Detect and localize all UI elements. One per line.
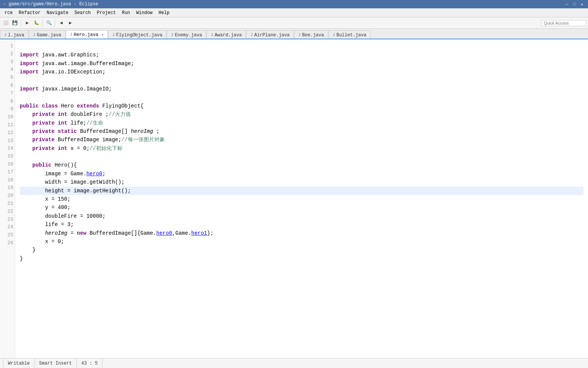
- title-bar-controls: — □ ✕: [564, 1, 585, 7]
- toolbar-search[interactable]: 🔍: [45, 19, 53, 27]
- menu-bar: rce Refactor Navigate Search Project Run…: [0, 8, 588, 17]
- tab-airplane-label: AirPlane.java: [254, 33, 290, 38]
- menu-refactor[interactable]: Refactor: [16, 8, 44, 17]
- toolbar-forward[interactable]: ▶: [66, 19, 74, 27]
- menu-run[interactable]: Run: [119, 8, 133, 17]
- tab-enemy-label: Enemy.java: [175, 33, 202, 38]
- menu-search[interactable]: Search: [71, 8, 94, 17]
- toolbar: ⬜ 💾 ▶ 🐛 🔍 ◀ ▶: [0, 17, 588, 29]
- editor-area: 1234567891011121314151617181920212223242…: [0, 39, 588, 358]
- tab-game[interactable]: J Game.java: [29, 30, 65, 39]
- tab-hero-close[interactable]: ✕: [101, 33, 104, 37]
- maximize-button[interactable]: □: [571, 1, 577, 7]
- tab-hero[interactable]: J Hero.java ✕: [66, 30, 108, 39]
- menu-project[interactable]: Project: [94, 8, 119, 17]
- toolbar-sep-2: [42, 20, 43, 27]
- quick-access-input[interactable]: [541, 20, 586, 26]
- code-editor[interactable]: import java.awt.Graphics;import java.awt…: [15, 39, 588, 358]
- tab-flying-label: FlyingObject.java: [116, 33, 162, 38]
- tab-airplane-icon: J: [250, 33, 253, 37]
- toolbar-back[interactable]: ◀: [57, 19, 65, 27]
- tab-award-label: Award.java: [214, 33, 242, 38]
- menu-source[interactable]: rce: [2, 8, 16, 17]
- minimize-button[interactable]: —: [564, 1, 570, 7]
- status-writable: Writable: [3, 359, 35, 368]
- title-text: - game/src/game/Hero.java - Eclipse: [3, 2, 98, 7]
- tab-bullet[interactable]: J Bullet.java: [329, 30, 371, 39]
- tab-bullet-icon: J: [333, 33, 335, 37]
- status-position: 43 : 5: [77, 359, 102, 368]
- tab-l-label: l.java: [8, 33, 24, 38]
- title-bar: - game/src/game/Hero.java - Eclipse — □ …: [0, 0, 588, 8]
- tab-award[interactable]: J Award.java: [206, 30, 246, 39]
- tab-enemy[interactable]: J Enemy.java: [167, 30, 206, 39]
- line-numbers: 1234567891011121314151617181920212223242…: [0, 39, 15, 358]
- tab-game-label: Game.java: [37, 33, 61, 38]
- toolbar-sep-3: [55, 20, 55, 27]
- menu-window[interactable]: Window: [133, 8, 155, 17]
- status-insert-mode: Smart Insert: [35, 359, 77, 368]
- tab-flying-icon: J: [112, 33, 115, 37]
- menu-navigate[interactable]: Navigate: [43, 8, 71, 17]
- tab-l-icon: J: [4, 33, 6, 37]
- toolbar-debug[interactable]: 🐛: [32, 19, 40, 27]
- tab-hero-label: Hero.java: [74, 32, 98, 37]
- menu-help[interactable]: Help: [155, 8, 172, 17]
- status-bar: Writable Smart Insert 43 : 5: [0, 358, 588, 368]
- tab-bee-label: Bee.java: [302, 33, 324, 38]
- close-button[interactable]: ✕: [579, 1, 585, 7]
- tab-bullet-label: Bullet.java: [337, 33, 366, 38]
- tab-hero-icon: J: [70, 33, 72, 37]
- tab-award-icon: J: [211, 33, 213, 37]
- tab-bee[interactable]: J Bee.java: [294, 30, 328, 39]
- toolbar-save[interactable]: 💾: [11, 19, 19, 27]
- tab-airplane[interactable]: J AirPlane.java: [246, 30, 294, 39]
- tab-bar: J l.java J Game.java J Hero.java ✕ J Fly…: [0, 29, 588, 39]
- toolbar-run[interactable]: ▶: [23, 19, 31, 27]
- tab-enemy-icon: J: [171, 33, 173, 37]
- tab-game-icon: J: [33, 33, 35, 37]
- toolbar-sep-1: [21, 20, 21, 27]
- tab-flying[interactable]: J FlyingObject.java: [108, 30, 166, 39]
- tab-bee-icon: J: [298, 33, 301, 37]
- tab-l[interactable]: J l.java: [0, 30, 28, 39]
- toolbar-new[interactable]: ⬜: [2, 19, 10, 27]
